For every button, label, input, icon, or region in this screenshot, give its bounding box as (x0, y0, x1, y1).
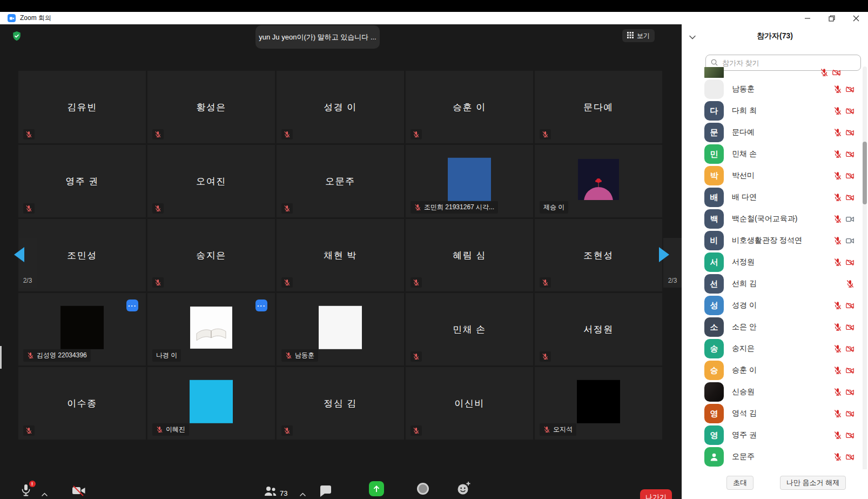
video-tile[interactable]: 이혜진 (147, 367, 275, 440)
participant-row[interactable]: 다다희 최 (682, 100, 868, 122)
view-button[interactable]: 보기 (622, 29, 655, 42)
mic-muted-icon (284, 427, 291, 434)
video-tile[interactable]: 김성영 22034396··· (18, 293, 146, 365)
window-title: Zoom 회의 (20, 14, 51, 23)
video-tile[interactable]: 이신비 (406, 367, 533, 440)
avatar: 송 (704, 339, 724, 358)
video-tile[interactable]: 민채 손 (406, 293, 533, 365)
tile-name-label: 오지석 (540, 423, 576, 436)
chat-button[interactable]: 채팅 (319, 482, 333, 499)
audio-options-chevron[interactable] (41, 489, 48, 499)
participant-row[interactable]: 소소은 안 (682, 316, 868, 338)
video-tile[interactable]: 남동훈 (277, 293, 404, 365)
video-tile[interactable]: 나경 이··· (147, 293, 275, 365)
participant-row[interactable]: 배배 다연 (682, 187, 868, 208)
video-tile[interactable]: 조현성 (535, 219, 662, 291)
video-off-icon (845, 344, 854, 354)
minimize-button[interactable] (795, 12, 819, 24)
video-tile[interactable]: 오지석 (535, 367, 662, 440)
unmute-me-button[interactable]: 나만 음소거 해제 (780, 476, 846, 490)
tile-participant-name: 김성영 22034396 (37, 351, 87, 360)
video-tile[interactable]: 영주 권 (18, 145, 146, 217)
video-on-icon (845, 215, 854, 224)
video-off-icon (845, 193, 854, 202)
participant-row[interactable]: 문문다예 (682, 122, 868, 143)
invite-button[interactable]: 초대 (726, 476, 753, 490)
more-options-button[interactable]: ··· (255, 300, 267, 311)
mic-muted-icon (833, 323, 842, 331)
participant-row[interactable]: 박박선미 (682, 165, 868, 187)
security-shield-icon[interactable] (12, 31, 22, 42)
mic-muted-icon (413, 279, 420, 286)
start-video-button[interactable]: 비디오 시작 (60, 482, 98, 499)
video-tile[interactable]: 조민성 (18, 219, 146, 291)
video-tile[interactable]: 승훈 이 (406, 71, 533, 143)
video-tile[interactable]: 문다예 (535, 71, 662, 143)
participants-button[interactable]: 73 참가자 (263, 482, 287, 499)
video-off-icon (845, 128, 854, 137)
avatar: 배 (704, 188, 724, 207)
participant-row-partial[interactable] (704, 67, 854, 78)
participant-row[interactable]: 영영주 권 (682, 424, 868, 446)
meeting-main-area: yun Ju yeon이(가) 말하고 있습니다 ... 보기 김유빈황성은성경… (0, 24, 682, 499)
leave-button[interactable]: 나가기 (640, 489, 672, 499)
participants-panel-header: 참가자(73) (682, 24, 868, 48)
more-options-button[interactable]: ··· (126, 300, 138, 311)
reactions-smiley-icon (456, 481, 471, 496)
previous-page-arrow[interactable] (14, 247, 24, 262)
participant-row[interactable]: 백백순철(국어교육과) (682, 208, 868, 230)
participant-row[interactable]: 승승훈 이 (682, 360, 868, 381)
close-button[interactable] (844, 12, 868, 24)
audio-button[interactable]: ! 오디오 (15, 482, 36, 499)
video-tile[interactable]: 혜림 심 (406, 219, 533, 291)
virtual-background-planet (578, 159, 619, 200)
participant-list: 남동훈다다희 최문문다예민민채 손박박선미배배 다연백백순철(국어교육과)비비호… (682, 78, 868, 469)
participant-name: 문다예 (732, 128, 755, 137)
tile-participant-name: 승훈 이 (406, 71, 533, 143)
tile-mic-status (540, 277, 551, 288)
participant-row[interactable]: 선선희 김 (682, 273, 868, 295)
panel-scrollbar[interactable] (863, 66, 867, 476)
tile-participant-name: 제승 이 (543, 203, 564, 212)
participant-row[interactable]: 성성경 이 (682, 295, 868, 316)
record-button[interactable]: 기록 (416, 483, 430, 499)
video-tile[interactable]: 황성은 (147, 71, 275, 143)
participant-row[interactable]: 남동훈 (682, 78, 868, 100)
video-tile[interactable]: 이수종 (18, 367, 146, 440)
video-tile[interactable]: 성경 이 (277, 71, 404, 143)
record-icon (417, 483, 429, 495)
tile-mic-status (281, 277, 293, 288)
video-tile[interactable]: 서정원 (535, 293, 662, 365)
video-off-icon (845, 388, 854, 397)
reactions-button[interactable]: 반응 (456, 481, 471, 499)
participant-row[interactable]: 민민채 손 (682, 143, 868, 165)
video-tile[interactable]: 채현 박 (277, 219, 404, 291)
video-tile[interactable]: 김유빈 (18, 71, 146, 143)
participants-icon: 73 (263, 482, 287, 497)
speaking-indicator-text: yun Ju yeon이(가) 말하고 있습니다 ... (259, 32, 376, 42)
tile-mic-status (540, 351, 551, 362)
participant-row[interactable]: 신승원 (682, 381, 868, 403)
panel-scrollbar-thumb[interactable] (863, 142, 867, 204)
video-tile[interactable]: 송지은 (147, 219, 275, 291)
window-edge-handle[interactable] (0, 346, 2, 369)
restore-button[interactable] (819, 12, 844, 24)
video-tile[interactable]: 오여진 (147, 145, 275, 217)
participant-row[interactable]: 오문주 (682, 446, 868, 468)
video-tile[interactable]: 제승 이 (535, 145, 662, 217)
avatar: 비 (704, 231, 724, 250)
participant-row[interactable]: 영영석 김 (682, 403, 868, 424)
participant-row[interactable]: 비비호생활관장 정석연 (682, 230, 868, 251)
zoom-app-icon (8, 14, 16, 22)
share-screen-button[interactable]: 화면 공유 (361, 481, 392, 499)
participant-row[interactable]: 송송지은 (682, 338, 868, 360)
next-page-arrow[interactable] (659, 247, 669, 262)
participants-options-chevron[interactable] (299, 489, 306, 499)
page-indicator: 2/3 (18, 277, 37, 284)
video-tile[interactable]: 정심 김 (277, 367, 404, 440)
mic-muted-icon (284, 279, 291, 286)
video-tile[interactable]: 오문주 (277, 145, 404, 217)
video-tile[interactable]: 조민희 21931267 시각... (406, 145, 533, 217)
participant-row[interactable]: 서서정원 (682, 251, 868, 273)
mic-muted-icon (833, 431, 842, 440)
